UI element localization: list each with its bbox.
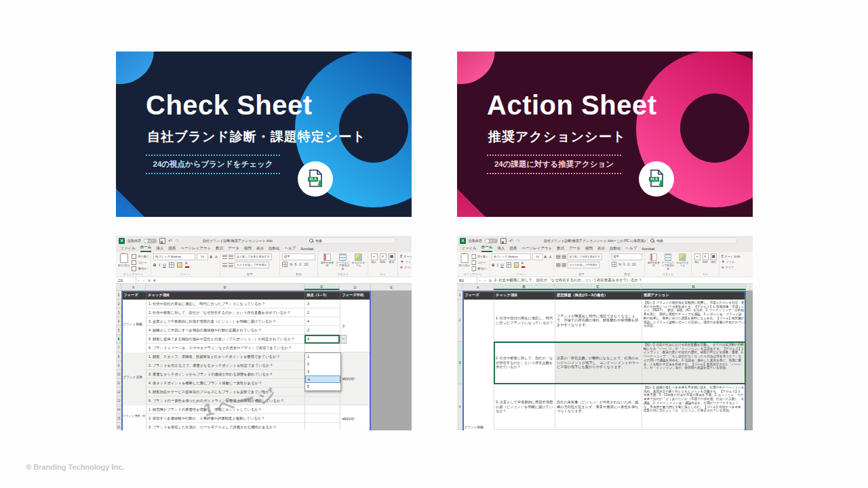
font-size-select[interactable]: 10: [197, 253, 208, 260]
dropdown-option-selected[interactable]: 4: [305, 375, 340, 383]
row-number[interactable]: 2: [116, 300, 122, 308]
format-painter-button[interactable]: 書式のコピー/貼り付け: [132, 266, 149, 271]
column-header-c[interactable]: C: [304, 284, 340, 290]
conditional-formatting-button[interactable]: 条件付き書式: [647, 253, 660, 272]
tab-draw[interactable]: 描画: [168, 246, 176, 252]
column-header-a[interactable]: A: [462, 284, 494, 290]
row-number[interactable]: 11: [116, 379, 122, 388]
action-cell[interactable]: 【狙い】ブランドの現在地を客観的に把握し、市場とのズレを特定、変革の方向性につい…: [642, 300, 747, 342]
tab-help[interactable]: ヘルプ: [284, 246, 296, 252]
format-as-table-button[interactable]: テーブルとして書式設定: [336, 253, 350, 272]
row-number[interactable]: 3: [116, 308, 122, 317]
column-header-b[interactable]: B: [146, 284, 304, 290]
format-cells-button[interactable]: ▦書式: [388, 253, 395, 272]
cancel-icon[interactable]: ×: [138, 279, 140, 283]
cell-styles-button[interactable]: セルのスタイル: [676, 253, 690, 272]
insert-function-icon[interactable]: fx: [148, 279, 151, 283]
percent-icon[interactable]: %: [290, 262, 292, 266]
conditional-formatting-button[interactable]: 条件付き書式: [320, 253, 334, 272]
merge-center-button[interactable]: セルを結合して中央揃え: [235, 262, 269, 268]
search-box[interactable]: 検索: [647, 237, 737, 244]
autosum-button[interactable]: Σオート SUM: [722, 254, 747, 258]
score-cell[interactable]: 3: [305, 300, 340, 308]
row-number[interactable]: 1: [116, 291, 122, 300]
font-color-icon[interactable]: A: [185, 262, 189, 268]
tab-automate[interactable]: 自動化: [269, 246, 280, 252]
fill-button[interactable]: ▼フィル: [400, 260, 412, 264]
autosum-button[interactable]: Σオート SUM: [400, 254, 412, 258]
comma-style-icon[interactable]: 9: [294, 262, 296, 266]
tab-data[interactable]: データ: [569, 246, 580, 252]
tab-page-layout[interactable]: ページレイアウト: [521, 246, 552, 252]
question-cell[interactable]: 3. ブランドを体現した社員が、ロールモデルとして評価される機会があるか？: [146, 423, 305, 430]
dropdown-option[interactable]: 5: [305, 383, 340, 390]
align-left-icon[interactable]: [222, 263, 227, 267]
row-number[interactable]: 7: [116, 344, 122, 352]
question-cell[interactable]: 5. 顧客対応やサービス提供等のプロセスにもブランドを反映できているか？: [146, 388, 305, 396]
tab-view[interactable]: 表示: [597, 246, 605, 252]
decrease-decimal-icon[interactable]: .00: [631, 262, 635, 266]
italic-button[interactable]: I: [159, 263, 160, 267]
question-cell[interactable]: 4. 組織として大切にすべき独自の価値観や行動が定義されているか？: [146, 326, 305, 335]
font-name-select[interactable]: 游ゴシック Medium: [153, 253, 195, 260]
row-number[interactable]: 4: [116, 317, 122, 326]
row-number[interactable]: 16: [116, 423, 122, 430]
font-color-icon[interactable]: A: [521, 262, 526, 268]
fill-color-icon[interactable]: [177, 262, 182, 268]
row-number[interactable]: 6: [116, 335, 122, 344]
search-box[interactable]: 検索: [306, 237, 396, 244]
score-cell[interactable]: 2: [305, 308, 340, 317]
paste-button[interactable]: 貼り付け: [118, 253, 130, 272]
align-top-icon[interactable]: [222, 255, 227, 259]
action-cell[interactable]: 【狙い】企業の社会における存在意義を定義し、全ての企業活動の判断軸となる「パーパ…: [642, 342, 747, 384]
borders-icon[interactable]: [506, 262, 511, 268]
delete-cells-button[interactable]: ×削除: [702, 253, 709, 272]
tab-acrobat[interactable]: Acrobat: [642, 247, 654, 252]
insert-function-icon[interactable]: fx: [489, 279, 492, 283]
question-cell[interactable]: 5. 顧客に提供できる独自の強みや競合との違い（プロポジション）が特定されている…: [146, 335, 305, 344]
currency-icon[interactable]: [282, 262, 288, 267]
fill-button[interactable]: ▼フィル: [722, 260, 747, 264]
question-cell[interactable]: 2. 社会や顧客に対して、自社が「なぜ存在するのか」という存在意義を示せているか…: [146, 308, 305, 317]
question-cell[interactable]: 3. 企業として中長期的に目指す理想の姿（ビジョン）を明確に描けているか？: [494, 384, 555, 430]
underline-button[interactable]: U: [500, 263, 503, 267]
column-header-d[interactable]: D: [642, 284, 746, 290]
borders-icon[interactable]: [169, 262, 174, 268]
dropdown-option[interactable]: 3: [305, 368, 340, 375]
bold-button[interactable]: B: [153, 263, 156, 267]
row-number[interactable]: 9: [116, 361, 122, 370]
column-header-e[interactable]: E: [371, 284, 412, 290]
tab-page-layout[interactable]: ページレイアウト: [180, 246, 211, 252]
bold-button[interactable]: B: [492, 263, 494, 267]
phase-average-cell[interactable]: 3: [340, 300, 371, 352]
undo-icon[interactable]: ↶: [509, 239, 513, 243]
tab-review[interactable]: 校閲: [585, 246, 593, 252]
cut-button[interactable]: 切り取り: [132, 254, 149, 259]
xls-download-button[interactable]: XLS: [639, 161, 674, 197]
font-name-select[interactable]: 游ゴシック Medium: [492, 253, 531, 260]
row-number[interactable]: 15: [116, 414, 122, 423]
align-left-icon[interactable]: [556, 263, 561, 267]
question-cell[interactable]: 4. 各タッチポイントを横断した際にブランド体験に一貫性があるか？: [146, 379, 305, 388]
question-cell[interactable]: 2. ブランドを伝える上で、重要となるタッチポイントを特定できているか？: [146, 361, 305, 370]
undo-icon[interactable]: ↶: [168, 239, 172, 243]
row-number[interactable]: 3: [457, 342, 463, 384]
italic-button[interactable]: I: [497, 263, 498, 267]
cancel-icon[interactable]: ×: [479, 279, 481, 283]
tab-review[interactable]: 校閲: [244, 246, 252, 252]
paste-button[interactable]: 貼り付け: [459, 253, 470, 272]
phase-average-cell[interactable]: #DIV/0!: [340, 352, 371, 405]
row-number[interactable]: 4: [457, 384, 463, 430]
question-cell[interactable]: 6. ブランドの一貫性を保つためのガイドラインが整備され体制が機能しているか？: [146, 396, 305, 405]
redo-icon[interactable]: ↷: [175, 239, 179, 243]
row-number[interactable]: 8: [116, 352, 122, 361]
enter-icon[interactable]: ✓: [142, 279, 145, 283]
column-header-c[interactable]: C: [555, 284, 642, 290]
insert-cells-button[interactable]: +挿入: [370, 253, 378, 272]
issue-cell[interactable]: 企業の「存在意義」が曖昧になることで、社員のエンゲージメントが低下し、エンゲージ…: [555, 342, 642, 384]
row-number[interactable]: 10: [116, 370, 122, 379]
tab-formulas[interactable]: 数式: [216, 246, 223, 252]
row-number[interactable]: 14: [116, 405, 122, 414]
phase-average-cell[interactable]: #DIV/0!: [340, 405, 371, 430]
enter-icon[interactable]: ✓: [484, 279, 486, 283]
